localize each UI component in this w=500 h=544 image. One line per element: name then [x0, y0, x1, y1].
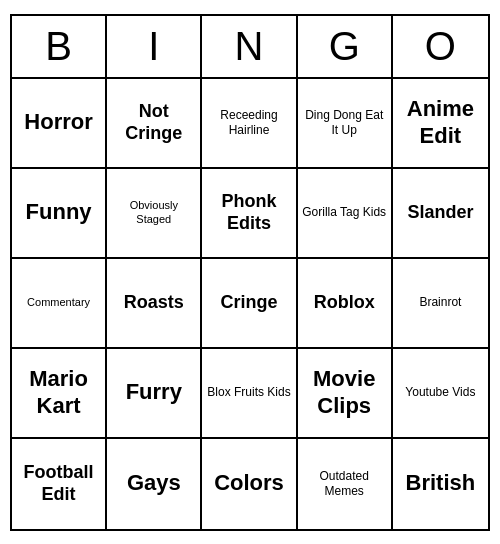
- bingo-cell: Football Edit: [12, 439, 107, 529]
- cell-text: Football Edit: [16, 462, 101, 505]
- cell-text: Colors: [214, 470, 284, 496]
- cell-text: Ding Dong Eat It Up: [302, 108, 387, 137]
- cell-text: Receeding Hairline: [206, 108, 291, 137]
- cell-text: Phonk Edits: [206, 191, 291, 234]
- bingo-cell: Blox Fruits Kids: [202, 349, 297, 439]
- cell-text: Outdated Memes: [302, 469, 387, 498]
- cell-text: Cringe: [220, 292, 277, 314]
- cell-text: Not Cringe: [111, 101, 196, 144]
- cell-text: Gorilla Tag Kids: [302, 205, 386, 219]
- cell-text: British: [406, 470, 476, 496]
- bingo-cell: Gays: [107, 439, 202, 529]
- cell-text: Furry: [126, 379, 182, 405]
- bingo-header: BINGO: [12, 16, 488, 79]
- bingo-cell: Horror: [12, 79, 107, 169]
- bingo-grid: HorrorNot CringeReceeding HairlineDing D…: [12, 79, 488, 529]
- bingo-cell: Roblox: [298, 259, 393, 349]
- bingo-card: BINGO HorrorNot CringeReceeding Hairline…: [10, 14, 490, 531]
- bingo-cell: Obviously Staged: [107, 169, 202, 259]
- bingo-cell: Furry: [107, 349, 202, 439]
- cell-text: Funny: [26, 199, 92, 225]
- cell-text: Movie Clips: [302, 366, 387, 419]
- bingo-cell: Receeding Hairline: [202, 79, 297, 169]
- cell-text: Roblox: [314, 292, 375, 314]
- header-letter: N: [202, 16, 297, 77]
- bingo-cell: Ding Dong Eat It Up: [298, 79, 393, 169]
- bingo-cell: Cringe: [202, 259, 297, 349]
- cell-text: Brainrot: [419, 295, 461, 309]
- header-letter: G: [298, 16, 393, 77]
- bingo-cell: Mario Kart: [12, 349, 107, 439]
- header-letter: B: [12, 16, 107, 77]
- bingo-cell: Slander: [393, 169, 488, 259]
- header-letter: O: [393, 16, 488, 77]
- bingo-cell: Funny: [12, 169, 107, 259]
- bingo-cell: British: [393, 439, 488, 529]
- cell-text: Mario Kart: [16, 366, 101, 419]
- bingo-cell: Commentary: [12, 259, 107, 349]
- cell-text: Gays: [127, 470, 181, 496]
- cell-text: Blox Fruits Kids: [207, 385, 290, 399]
- cell-text: Horror: [24, 109, 92, 135]
- bingo-cell: Not Cringe: [107, 79, 202, 169]
- bingo-cell: Gorilla Tag Kids: [298, 169, 393, 259]
- header-letter: I: [107, 16, 202, 77]
- cell-text: Commentary: [27, 296, 90, 309]
- bingo-cell: Outdated Memes: [298, 439, 393, 529]
- bingo-cell: Phonk Edits: [202, 169, 297, 259]
- bingo-cell: Youtube Vids: [393, 349, 488, 439]
- bingo-cell: Roasts: [107, 259, 202, 349]
- bingo-cell: Colors: [202, 439, 297, 529]
- cell-text: Slander: [407, 202, 473, 224]
- cell-text: Anime Edit: [397, 96, 484, 149]
- cell-text: Roasts: [124, 292, 184, 314]
- cell-text: Youtube Vids: [405, 385, 475, 399]
- bingo-cell: Anime Edit: [393, 79, 488, 169]
- cell-text: Obviously Staged: [111, 199, 196, 225]
- bingo-cell: Brainrot: [393, 259, 488, 349]
- bingo-cell: Movie Clips: [298, 349, 393, 439]
